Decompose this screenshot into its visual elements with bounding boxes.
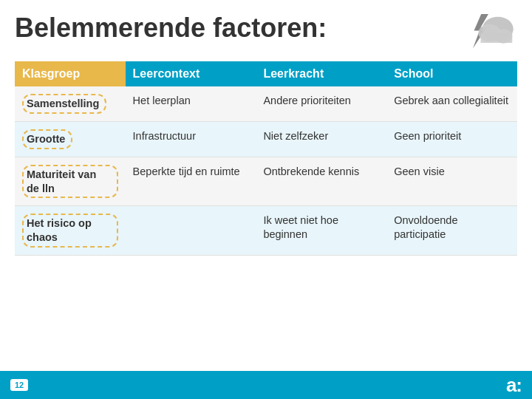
cell-4-2 [126, 206, 256, 256]
klasgroep-badge: Maturiteit van de lln [22, 165, 118, 199]
cell-2-4: Geen prioriteit [386, 121, 517, 157]
header-klasgroep: Klasgroep [15, 61, 126, 86]
cell-1-2: Het leerplan [126, 86, 256, 121]
table-header-row: Klasgroep Leercontext Leerkracht School [15, 61, 517, 86]
header-leerkracht: Leerkracht [256, 61, 386, 86]
cell-3-2: Beperkte tijd en ruimte [126, 157, 256, 206]
cell-4-3: Ik weet niet hoe beginnen [256, 206, 386, 256]
cell-1-1: Samenstelling [15, 86, 126, 121]
table-wrapper: Klasgroep Leercontext Leerkracht School … [15, 61, 517, 256]
brand-logo: a: [506, 374, 522, 397]
cell-4-4: Onvoldoende participatie [386, 206, 517, 256]
cell-1-3: Andere prioriteiten [256, 86, 386, 121]
cell-3-1: Maturiteit van de lln [15, 157, 126, 206]
footer-bar: 12 a: [0, 371, 532, 399]
table-row: Grootte Infrastructuur Niet zelfzeker Ge… [15, 121, 517, 157]
cell-2-1: Grootte [15, 121, 126, 157]
main-table: Klasgroep Leercontext Leerkracht School … [15, 61, 517, 256]
klasgroep-badge: Het risico op chaos [22, 214, 118, 248]
page-number: 12 [10, 379, 28, 391]
cell-1-4: Gebrek aan collegialiteit [386, 86, 517, 121]
table-row: Samenstelling Het leerplan Andere priori… [15, 86, 517, 121]
cell-3-4: Geen visie [386, 157, 517, 206]
cloud-icon [451, 10, 517, 54]
table-row: Het risico op chaos Ik weet niet hoe beg… [15, 206, 517, 256]
header-school: School [386, 61, 517, 86]
cell-2-3: Niet zelfzeker [256, 121, 386, 157]
cell-4-1: Het risico op chaos [15, 206, 126, 256]
title-area: Belemmerende factoren: [15, 13, 517, 54]
table-row: Maturiteit van de lln Beperkte tijd en r… [15, 157, 517, 206]
klasgroep-badge: Samenstelling [22, 94, 106, 114]
cell-2-2: Infrastructuur [126, 121, 256, 157]
svg-rect-4 [481, 33, 513, 44]
page: Belemmerende factoren: Klasgroep Leercon… [0, 0, 532, 399]
cell-3-3: Ontbrekende kennis [256, 157, 386, 206]
header-leercontext: Leercontext [126, 61, 256, 86]
klasgroep-badge: Grootte [22, 129, 72, 149]
page-title: Belemmerende factoren: [15, 13, 327, 43]
